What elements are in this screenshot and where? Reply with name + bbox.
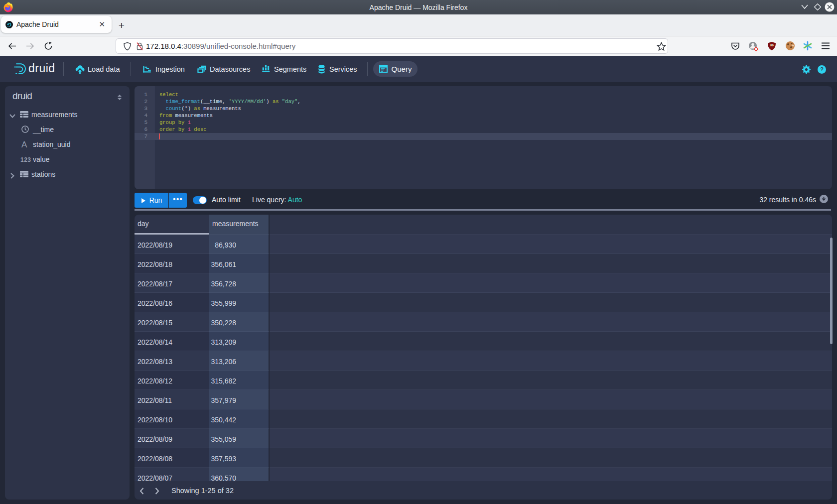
svg-text:U0: U0 <box>770 44 774 47</box>
svg-text:?: ? <box>820 66 824 72</box>
